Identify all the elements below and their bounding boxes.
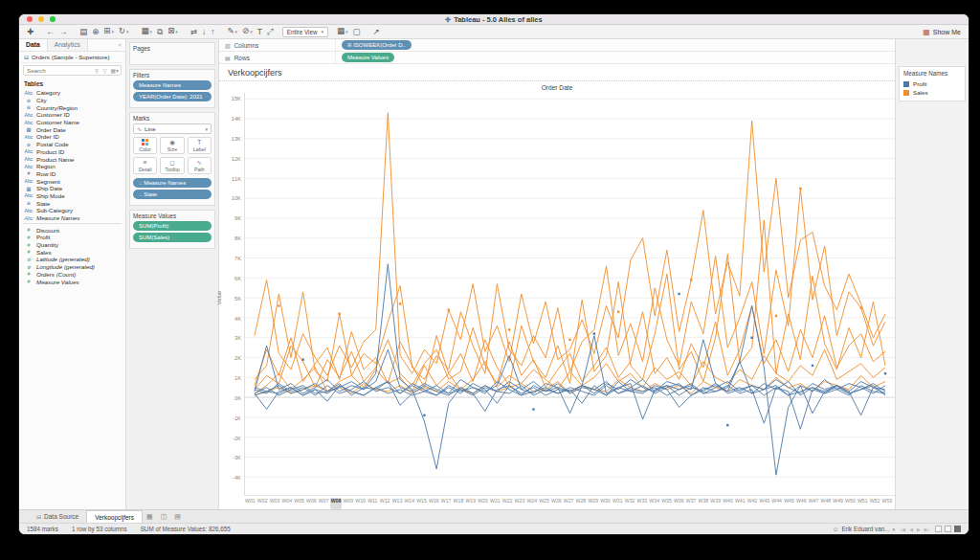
tab-data[interactable]: Data: [19, 39, 48, 51]
x-tick-w29[interactable]: W29: [587, 498, 599, 509]
field-item-product-name[interactable]: AbcProduct Name: [19, 155, 125, 163]
rows-shelf[interactable]: ▤ Rows Measure Values: [219, 52, 895, 64]
field-item-ship-mode[interactable]: AbcShip Mode: [19, 192, 125, 200]
x-tick-w12[interactable]: W12: [379, 498, 391, 509]
sort-ascending-button[interactable]: ↓: [202, 26, 206, 38]
sort-descending-button[interactable]: ↑: [211, 26, 214, 38]
measure-names-legend[interactable]: Measure Names ProfitSales: [899, 66, 966, 101]
filter-fields-icon[interactable]: ▽: [100, 68, 108, 74]
tab-data-source[interactable]: ⊟ Data Source: [29, 510, 86, 523]
view-mode-2-button[interactable]: [945, 526, 951, 532]
x-tick-w35[interactable]: W35: [660, 498, 673, 509]
view-options-icon[interactable]: ▦▾: [109, 68, 121, 74]
field-item-quantity[interactable]: #Quantity: [19, 241, 125, 249]
measure-values-card[interactable]: Measure Values SUM(Profit)SUM(Sales): [129, 210, 215, 249]
marks-label-button[interactable]: TLabel: [188, 137, 212, 154]
x-tick-w19[interactable]: W19: [464, 498, 477, 509]
field-item-state[interactable]: ⊕State: [19, 199, 125, 207]
x-tick-w16[interactable]: W16: [428, 498, 440, 509]
field-item-customer-name[interactable]: AbcCustomer Name: [19, 119, 125, 126]
field-item-sub-category[interactable]: AbcSub-Category: [19, 207, 125, 214]
highlight-button[interactable]: ✎▾: [227, 25, 237, 38]
field-item-city[interactable]: ⊕City: [19, 97, 125, 104]
x-tick-w30[interactable]: W30: [599, 498, 612, 509]
field-item-order-date[interactable]: ▦Order Date: [19, 125, 125, 133]
x-tick-w21[interactable]: W21: [489, 498, 501, 509]
x-tick-w51[interactable]: W51: [857, 498, 869, 509]
save-button[interactable]: ▤: [79, 26, 87, 38]
field-item-postal-code[interactable]: ⊕Postal Code: [19, 141, 125, 148]
presentation-mode-button[interactable]: ▢: [353, 26, 361, 38]
legend-item-profit[interactable]: Profit: [903, 79, 961, 88]
tab-analytics[interactable]: Analytics: [48, 39, 88, 51]
group-members-button[interactable]: ⊘▾: [242, 25, 253, 38]
x-tick-w42[interactable]: W42: [746, 498, 759, 509]
x-tick-w03[interactable]: W03: [269, 498, 281, 509]
field-item-product-id[interactable]: AbcProduct ID: [19, 148, 125, 156]
legend-item-sales[interactable]: Sales: [903, 88, 961, 97]
user-menu[interactable]: ☺ Erik Eduard van... ▾: [833, 526, 895, 532]
new-worksheet-tab-button[interactable]: ▦: [143, 513, 157, 521]
x-tick-w43[interactable]: W43: [758, 498, 770, 509]
x-tick-w15[interactable]: W15: [415, 498, 428, 509]
x-tick-w41[interactable]: W41: [734, 498, 746, 509]
view-mode-3-button[interactable]: [954, 526, 961, 532]
x-tick-w40[interactable]: W40: [722, 498, 734, 509]
x-tick-w45[interactable]: W45: [783, 498, 795, 509]
x-tick-w38[interactable]: W38: [697, 498, 709, 509]
show-mark-labels-button[interactable]: T: [257, 26, 262, 38]
columns-pill[interactable]: ⊞ ISOWEEK(Order D..: [342, 40, 412, 50]
data-source-row[interactable]: ⊟ Orders (Sample - Superstore): [19, 52, 125, 63]
marks-path-button[interactable]: ∿Path: [188, 157, 212, 174]
x-tick-w37[interactable]: W37: [685, 498, 698, 509]
refresh-data-button[interactable]: ↻▾: [119, 25, 129, 38]
measure-value-pill[interactable]: SUM(Sales): [133, 233, 212, 242]
fix-axes-button[interactable]: ⤢: [267, 26, 274, 38]
field-item-latitude-generated-[interactable]: ⊕Latitude (generated): [19, 256, 125, 263]
share-button[interactable]: ↗: [373, 26, 380, 38]
x-tick-w49[interactable]: W49: [832, 498, 844, 509]
x-tick-w27[interactable]: W27: [563, 498, 575, 509]
x-tick-w28[interactable]: W28: [575, 498, 588, 509]
x-tick-w36[interactable]: W36: [673, 498, 685, 509]
clear-sheet-button[interactable]: ⊠▾: [167, 25, 178, 38]
new-worksheet-button[interactable]: ⊞▾: [103, 25, 114, 38]
field-item-measure-values[interactable]: #Measure Values: [19, 278, 125, 285]
x-tick-w10[interactable]: W10: [354, 498, 367, 509]
field-item-longitude-generated-[interactable]: ⊕Longitude (generated): [19, 263, 125, 271]
x-tick-w34[interactable]: W34: [648, 498, 660, 509]
rows-pill[interactable]: Measure Values: [342, 53, 394, 62]
titlebar[interactable]: ✚Tableau - 5.0 Alles of alles: [19, 14, 969, 25]
x-tick-w39[interactable]: W39: [709, 498, 722, 509]
duplicate-sheet-button[interactable]: ⧉: [157, 26, 163, 38]
undo-button[interactable]: ←: [46, 26, 55, 38]
collapse-pane-button[interactable]: <: [114, 39, 125, 51]
x-tick-w46[interactable]: W46: [795, 498, 808, 509]
pager-last-button[interactable]: ▶|: [924, 526, 929, 532]
field-item-category[interactable]: AbcCategory: [19, 89, 125, 97]
marks-color-button[interactable]: Color: [133, 137, 157, 154]
add-data-button[interactable]: ⊕: [92, 26, 99, 38]
x-tick-w23[interactable]: W23: [514, 498, 526, 509]
field-item-order-id[interactable]: AbcOrder ID: [19, 133, 125, 141]
tab-sheet-verkoopcijfers[interactable]: Verkoopcijfers: [86, 510, 143, 523]
show-hide-cards-button[interactable]: ▦▾: [337, 25, 348, 38]
x-tick-w32[interactable]: W32: [624, 498, 636, 509]
fit-view-select[interactable]: Entire View ▾: [282, 27, 328, 37]
chart-plot-area[interactable]: [244, 93, 895, 496]
x-tick-w50[interactable]: W50: [844, 498, 857, 509]
new-dashboard-tab-button[interactable]: ◫: [157, 513, 171, 521]
field-item-ship-date[interactable]: ▦Ship Date: [19, 185, 125, 192]
columns-shelf[interactable]: ▥ Columns ⊞ ISOWEEK(Order D..: [219, 39, 895, 52]
x-tick-w31[interactable]: W31: [612, 498, 624, 509]
x-tick-w08[interactable]: W08: [330, 498, 343, 509]
field-item-sales[interactable]: #Sales: [19, 248, 125, 256]
field-item-orders-count-[interactable]: #Orders (Count): [19, 271, 125, 279]
tableau-logo-icon[interactable]: ✚: [27, 26, 33, 38]
pages-card[interactable]: Pages: [129, 42, 215, 65]
view-mode-1-button[interactable]: [935, 526, 942, 532]
x-tick-w22[interactable]: W22: [501, 498, 514, 509]
field-item-measure-names[interactable]: AbcMeasure Names: [19, 214, 125, 222]
x-tick-w07[interactable]: W07: [318, 498, 330, 509]
x-tick-w02[interactable]: W02: [256, 498, 269, 509]
